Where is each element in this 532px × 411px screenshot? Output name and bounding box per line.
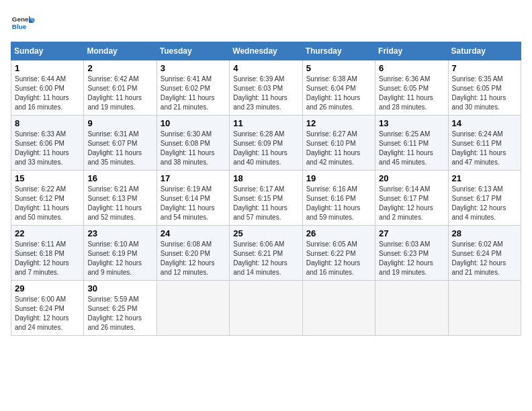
col-header-thursday: Thursday bbox=[302, 42, 375, 60]
day-detail: Sunrise: 6:30 AMSunset: 6:08 PMDaylight:… bbox=[161, 130, 226, 167]
week-row-5: 29Sunrise: 6:00 AMSunset: 6:24 PMDayligh… bbox=[11, 281, 521, 336]
day-detail: Sunrise: 6:00 AMSunset: 6:24 PMDaylight:… bbox=[15, 295, 80, 332]
col-header-tuesday: Tuesday bbox=[157, 42, 229, 60]
calendar-cell: 18Sunrise: 6:17 AMSunset: 6:15 PMDayligh… bbox=[230, 171, 302, 226]
day-number: 27 bbox=[379, 228, 444, 238]
logo: General Blue bbox=[11, 11, 35, 35]
day-number: 10 bbox=[161, 118, 226, 128]
day-detail: Sunrise: 6:17 AMSunset: 6:15 PMDaylight:… bbox=[233, 185, 298, 222]
day-detail: Sunrise: 6:11 AMSunset: 6:18 PMDaylight:… bbox=[15, 240, 80, 277]
calendar-cell: 21Sunrise: 6:13 AMSunset: 6:17 PMDayligh… bbox=[448, 171, 521, 226]
day-detail: Sunrise: 6:08 AMSunset: 6:20 PMDaylight:… bbox=[161, 240, 226, 277]
day-number: 25 bbox=[233, 228, 298, 238]
day-number: 14 bbox=[452, 118, 517, 128]
day-detail: Sunrise: 6:14 AMSunset: 6:17 PMDaylight:… bbox=[379, 185, 444, 222]
day-number: 8 bbox=[15, 118, 80, 128]
col-header-friday: Friday bbox=[375, 42, 448, 60]
calendar-body: 1Sunrise: 6:44 AMSunset: 6:00 PMDaylight… bbox=[11, 60, 521, 336]
day-number: 6 bbox=[379, 63, 444, 73]
day-number: 23 bbox=[87, 228, 152, 238]
day-detail: Sunrise: 6:31 AMSunset: 6:07 PMDaylight:… bbox=[87, 130, 152, 167]
calendar-cell: 15Sunrise: 6:22 AMSunset: 6:12 PMDayligh… bbox=[11, 171, 84, 226]
day-detail: Sunrise: 6:42 AMSunset: 6:01 PMDaylight:… bbox=[87, 75, 152, 112]
svg-text:Blue: Blue bbox=[12, 23, 27, 30]
day-number: 3 bbox=[161, 63, 226, 73]
calendar-cell: 29Sunrise: 6:00 AMSunset: 6:24 PMDayligh… bbox=[11, 281, 84, 336]
day-number: 12 bbox=[306, 118, 371, 128]
col-header-wednesday: Wednesday bbox=[230, 42, 302, 60]
calendar-cell bbox=[302, 281, 375, 336]
calendar-cell bbox=[157, 281, 229, 336]
day-number: 28 bbox=[452, 228, 517, 238]
day-number: 1 bbox=[15, 63, 80, 73]
calendar-cell: 30Sunrise: 5:59 AMSunset: 6:25 PMDayligh… bbox=[84, 281, 157, 336]
day-detail: Sunrise: 6:21 AMSunset: 6:13 PMDaylight:… bbox=[87, 185, 152, 222]
day-number: 30 bbox=[87, 283, 152, 293]
logo-icon: General Blue bbox=[11, 11, 35, 35]
calendar-cell: 7Sunrise: 6:35 AMSunset: 6:05 PMDaylight… bbox=[448, 60, 521, 116]
week-row-1: 1Sunrise: 6:44 AMSunset: 6:00 PMDaylight… bbox=[11, 60, 521, 116]
calendar-cell: 28Sunrise: 6:02 AMSunset: 6:24 PMDayligh… bbox=[448, 226, 521, 281]
calendar-cell: 6Sunrise: 6:36 AMSunset: 6:05 PMDaylight… bbox=[375, 60, 448, 116]
day-number: 29 bbox=[15, 283, 80, 293]
day-number: 5 bbox=[306, 63, 371, 73]
calendar-cell: 23Sunrise: 6:10 AMSunset: 6:19 PMDayligh… bbox=[84, 226, 157, 281]
calendar-cell: 8Sunrise: 6:33 AMSunset: 6:06 PMDaylight… bbox=[11, 116, 84, 171]
calendar-cell: 3Sunrise: 6:41 AMSunset: 6:02 PMDaylight… bbox=[157, 60, 229, 116]
day-detail: Sunrise: 6:03 AMSunset: 6:23 PMDaylight:… bbox=[379, 240, 444, 277]
day-number: 2 bbox=[87, 63, 152, 73]
col-header-monday: Monday bbox=[84, 42, 157, 60]
calendar-cell: 22Sunrise: 6:11 AMSunset: 6:18 PMDayligh… bbox=[11, 226, 84, 281]
calendar-cell: 26Sunrise: 6:05 AMSunset: 6:22 PMDayligh… bbox=[302, 226, 375, 281]
calendar-cell: 11Sunrise: 6:28 AMSunset: 6:09 PMDayligh… bbox=[230, 116, 302, 171]
calendar-cell: 27Sunrise: 6:03 AMSunset: 6:23 PMDayligh… bbox=[375, 226, 448, 281]
calendar-cell bbox=[448, 281, 521, 336]
day-number: 20 bbox=[379, 173, 444, 183]
day-number: 13 bbox=[379, 118, 444, 128]
day-detail: Sunrise: 6:19 AMSunset: 6:14 PMDaylight:… bbox=[161, 185, 226, 222]
day-number: 18 bbox=[233, 173, 298, 183]
day-number: 21 bbox=[452, 173, 517, 183]
day-detail: Sunrise: 6:33 AMSunset: 6:06 PMDaylight:… bbox=[15, 130, 80, 167]
day-detail: Sunrise: 6:35 AMSunset: 6:05 PMDaylight:… bbox=[452, 75, 517, 112]
day-number: 24 bbox=[161, 228, 226, 238]
day-detail: Sunrise: 6:38 AMSunset: 6:04 PMDaylight:… bbox=[306, 75, 371, 112]
calendar-cell: 9Sunrise: 6:31 AMSunset: 6:07 PMDaylight… bbox=[84, 116, 157, 171]
calendar-cell: 1Sunrise: 6:44 AMSunset: 6:00 PMDaylight… bbox=[11, 60, 84, 116]
week-row-3: 15Sunrise: 6:22 AMSunset: 6:12 PMDayligh… bbox=[11, 171, 521, 226]
calendar-cell: 19Sunrise: 6:16 AMSunset: 6:16 PMDayligh… bbox=[302, 171, 375, 226]
day-detail: Sunrise: 6:36 AMSunset: 6:05 PMDaylight:… bbox=[379, 75, 444, 112]
calendar-cell: 24Sunrise: 6:08 AMSunset: 6:20 PMDayligh… bbox=[157, 226, 229, 281]
day-number: 22 bbox=[15, 228, 80, 238]
day-number: 15 bbox=[15, 173, 80, 183]
calendar-cell: 16Sunrise: 6:21 AMSunset: 6:13 PMDayligh… bbox=[84, 171, 157, 226]
day-detail: Sunrise: 6:16 AMSunset: 6:16 PMDaylight:… bbox=[306, 185, 371, 222]
col-header-saturday: Saturday bbox=[448, 42, 521, 60]
calendar-cell: 20Sunrise: 6:14 AMSunset: 6:17 PMDayligh… bbox=[375, 171, 448, 226]
calendar-cell: 14Sunrise: 6:24 AMSunset: 6:11 PMDayligh… bbox=[448, 116, 521, 171]
day-number: 16 bbox=[87, 173, 152, 183]
header: General Blue bbox=[11, 11, 521, 35]
day-detail: Sunrise: 6:10 AMSunset: 6:19 PMDaylight:… bbox=[87, 240, 152, 277]
calendar-cell bbox=[230, 281, 302, 336]
day-number: 26 bbox=[306, 228, 371, 238]
day-detail: Sunrise: 6:44 AMSunset: 6:00 PMDaylight:… bbox=[15, 75, 80, 112]
day-detail: Sunrise: 6:05 AMSunset: 6:22 PMDaylight:… bbox=[306, 240, 371, 277]
day-number: 11 bbox=[233, 118, 298, 128]
day-detail: Sunrise: 6:24 AMSunset: 6:11 PMDaylight:… bbox=[452, 130, 517, 167]
day-detail: Sunrise: 6:41 AMSunset: 6:02 PMDaylight:… bbox=[161, 75, 226, 112]
week-row-4: 22Sunrise: 6:11 AMSunset: 6:18 PMDayligh… bbox=[11, 226, 521, 281]
calendar-table: SundayMondayTuesdayWednesdayThursdayFrid… bbox=[11, 42, 521, 336]
day-detail: Sunrise: 6:25 AMSunset: 6:11 PMDaylight:… bbox=[379, 130, 444, 167]
day-detail: Sunrise: 5:59 AMSunset: 6:25 PMDaylight:… bbox=[87, 295, 152, 332]
day-detail: Sunrise: 6:02 AMSunset: 6:24 PMDaylight:… bbox=[452, 240, 517, 277]
calendar-cell: 17Sunrise: 6:19 AMSunset: 6:14 PMDayligh… bbox=[157, 171, 229, 226]
day-detail: Sunrise: 6:27 AMSunset: 6:10 PMDaylight:… bbox=[306, 130, 371, 167]
calendar-cell: 4Sunrise: 6:39 AMSunset: 6:03 PMDaylight… bbox=[230, 60, 302, 116]
day-number: 17 bbox=[161, 173, 226, 183]
col-header-sunday: Sunday bbox=[11, 42, 84, 60]
week-row-2: 8Sunrise: 6:33 AMSunset: 6:06 PMDaylight… bbox=[11, 116, 521, 171]
day-detail: Sunrise: 6:13 AMSunset: 6:17 PMDaylight:… bbox=[452, 185, 517, 222]
calendar-cell: 12Sunrise: 6:27 AMSunset: 6:10 PMDayligh… bbox=[302, 116, 375, 171]
day-detail: Sunrise: 6:22 AMSunset: 6:12 PMDaylight:… bbox=[15, 185, 80, 222]
